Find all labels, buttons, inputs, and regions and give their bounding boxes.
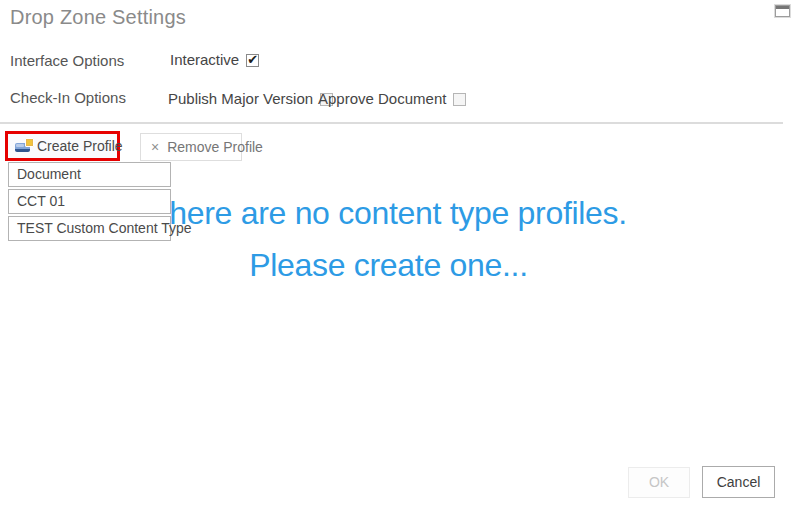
maximize-icon	[775, 5, 790, 17]
empty-state-message: There are no content type profiles. Plea…	[150, 187, 627, 291]
cancel-button[interactable]: Cancel	[702, 466, 775, 498]
maximize-button[interactable]	[773, 3, 793, 21]
interactive-label: Interactive	[170, 51, 239, 68]
dropdown-item-test-custom-content-type[interactable]: TEST Custom Content Type	[8, 216, 171, 241]
content-type-dropdown: Document CCT 01 TEST Custom Content Type	[8, 162, 171, 243]
dropdown-item-cct-01[interactable]: CCT 01	[8, 189, 171, 214]
create-profile-label: Create Profile	[37, 138, 123, 154]
dropdown-item-document[interactable]: Document	[8, 162, 171, 187]
interactive-checkbox[interactable]	[246, 54, 259, 67]
ok-button[interactable]: OK	[628, 467, 690, 498]
interface-options-label: Interface Options	[10, 52, 124, 69]
interactive-field[interactable]: Interactive	[170, 51, 259, 68]
remove-profile-button[interactable]: × Remove Profile	[140, 133, 242, 161]
publish-major-version-label: Publish Major Version	[168, 90, 313, 107]
empty-state-line2: Please create one...	[150, 239, 627, 291]
dialog-title: Drop Zone Settings	[10, 6, 186, 29]
empty-state-line1: There are no content type profiles.	[150, 187, 627, 239]
toolbar-divider	[0, 122, 783, 124]
checkin-options-label: Check-In Options	[10, 89, 126, 106]
new-profile-icon	[15, 143, 30, 152]
publish-major-version-field[interactable]: Publish Major Version	[168, 90, 333, 107]
approve-document-field[interactable]: Approve Document	[318, 90, 466, 107]
approve-document-label: Approve Document	[318, 90, 446, 107]
create-profile-button[interactable]: Create Profile	[5, 131, 120, 161]
remove-x-icon: ×	[151, 139, 159, 155]
approve-document-checkbox[interactable]	[453, 93, 466, 106]
remove-profile-label: Remove Profile	[167, 139, 263, 155]
